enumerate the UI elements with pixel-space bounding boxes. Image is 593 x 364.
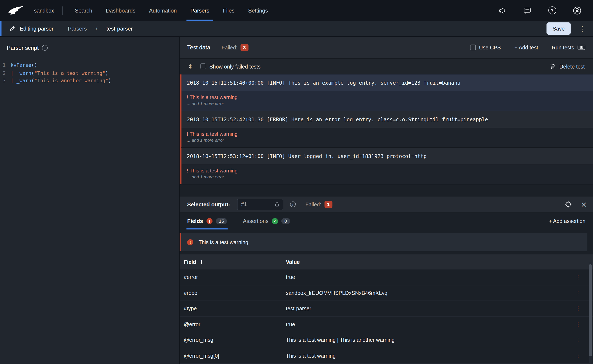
fields-error-icon: ! bbox=[206, 218, 213, 224]
test-log-line[interactable]: 2018-10-15T12:53:12+01:00 [INFO] User lo… bbox=[181, 148, 593, 164]
nav-item-settings[interactable]: Settings bbox=[247, 0, 269, 21]
top-nav: sandbox SearchDashboardsAutomationParser… bbox=[0, 0, 593, 21]
tab-fields[interactable]: Fields ! 15 bbox=[187, 212, 227, 229]
falcon-icon bbox=[7, 5, 25, 16]
row-menu-button[interactable]: ⋮ bbox=[574, 352, 582, 359]
output-selector-value: #1 bbox=[241, 202, 247, 207]
test-log-line[interactable]: 2018-10-15T12:52:42+01:30 [ERROR] Here i… bbox=[181, 111, 593, 128]
fields-table-header: Field ↑ Value bbox=[179, 254, 593, 269]
lock-icon bbox=[274, 202, 279, 207]
use-cps-checkbox[interactable] bbox=[470, 45, 476, 50]
nav-divider bbox=[62, 6, 63, 14]
row-menu-button[interactable]: ⋮ bbox=[574, 305, 582, 312]
code-token: ) bbox=[108, 78, 111, 84]
question-mark-icon: ? bbox=[548, 6, 556, 14]
locate-target-icon[interactable] bbox=[564, 200, 573, 209]
add-assertion-button[interactable]: + Add assertion bbox=[549, 218, 586, 224]
row-menu-button[interactable]: ⋮ bbox=[574, 274, 582, 281]
field-row: #errortrue⋮ bbox=[179, 269, 593, 285]
field-name: @error_msg bbox=[184, 337, 286, 343]
row-menu-button[interactable]: ⋮ bbox=[574, 289, 582, 296]
field-value: true bbox=[286, 274, 574, 280]
breadcrumb-separator: / bbox=[96, 26, 97, 32]
trash-icon bbox=[549, 63, 556, 70]
test-warning-text: ! This is a test warning bbox=[187, 168, 588, 174]
announcements-icon[interactable] bbox=[498, 6, 507, 15]
delete-test-button[interactable]: Delete test bbox=[549, 63, 585, 70]
more-errors-text: ... and 1 more error bbox=[187, 101, 588, 106]
close-output-icon[interactable]: × bbox=[581, 201, 587, 208]
failed-label: Failed: bbox=[222, 44, 237, 51]
test-list-toolbar: ↕ Show only failed tests Delete test bbox=[179, 58, 593, 74]
selected-output-bar: Selected output: #1 i Failed: 1 bbox=[179, 197, 593, 213]
breadcrumb-current: test-parser bbox=[106, 26, 133, 32]
code-token: _warn bbox=[17, 70, 31, 76]
save-button[interactable]: Save bbox=[547, 22, 571, 35]
show-only-failed-label: Show only failed tests bbox=[209, 63, 260, 69]
value-column-header: Value bbox=[286, 259, 300, 265]
nav-item-dashboards[interactable]: Dashboards bbox=[105, 0, 136, 21]
field-column-label: Field bbox=[184, 259, 196, 265]
reorder-tests-icon[interactable]: ↕ bbox=[188, 63, 193, 70]
assertions-ok-icon: ✓ bbox=[272, 218, 278, 224]
row-menu-button[interactable]: ⋮ bbox=[574, 336, 582, 343]
test-log-line[interactable]: 2018-10-15T12:51:40+00:00 [INFO] This is… bbox=[181, 74, 593, 91]
test-case: 2018-10-15T12:51:40+00:00 [INFO] This is… bbox=[179, 74, 593, 111]
test-header-actions: Use CPS + Add test Run tests bbox=[470, 44, 585, 51]
breadcrumb-parsers-link[interactable]: Parsers bbox=[68, 26, 87, 32]
warning-banner: ! This is a test warning bbox=[179, 233, 587, 251]
sort-ascending-icon: ↑ bbox=[199, 259, 204, 265]
test-case: 2018-10-15T12:53:12+01:00 [INFO] User lo… bbox=[179, 148, 593, 185]
fields-table-body: #errortrue⋮#reposandbox_lrEUOMVHSPLDxSNx… bbox=[179, 269, 593, 364]
code-token: "This is another warning" bbox=[34, 78, 108, 84]
field-column-header[interactable]: Field ↑ bbox=[184, 259, 286, 265]
line-number: 2 bbox=[0, 69, 11, 77]
code-token: _warn bbox=[17, 78, 31, 84]
code-line: 2| _warn("This is a test warning") bbox=[0, 69, 179, 77]
fields-count-badge: 15 bbox=[216, 218, 227, 224]
field-value: This is a test warning bbox=[286, 352, 574, 359]
nav-item-parsers[interactable]: Parsers bbox=[190, 0, 210, 21]
code-token: () bbox=[31, 62, 37, 68]
toolbar-right: Delete test bbox=[549, 63, 585, 70]
crowdstrike-falcon-logo[interactable] bbox=[7, 4, 25, 16]
help-icon[interactable]: ? bbox=[547, 6, 557, 15]
test-case: 2018-10-15T12:52:42+01:30 [ERROR] Here i… bbox=[179, 111, 593, 148]
user-avatar[interactable] bbox=[573, 6, 582, 15]
nav-item-files[interactable]: Files bbox=[222, 0, 235, 21]
scrollbar-thumb[interactable] bbox=[589, 264, 592, 357]
output-info-icon[interactable]: i bbox=[290, 202, 296, 207]
test-warnings: ! This is a test warning... and 1 more e… bbox=[181, 128, 593, 147]
field-name: #repo bbox=[184, 290, 286, 296]
code-token: "This is a test warning" bbox=[34, 70, 105, 76]
more-options-button[interactable]: ⋮ bbox=[577, 25, 588, 32]
field-name: #error bbox=[184, 274, 286, 280]
parser-editor-app: sandbox SearchDashboardsAutomationParser… bbox=[0, 0, 593, 364]
info-icon[interactable]: i bbox=[42, 45, 48, 51]
show-only-failed-checkbox[interactable] bbox=[200, 63, 206, 69]
nav-item-search[interactable]: Search bbox=[74, 0, 93, 21]
tab-assertions[interactable]: Assertions ✓ 0 bbox=[243, 212, 290, 229]
output-selector-input[interactable]: #1 bbox=[237, 199, 283, 210]
field-name: @error bbox=[184, 321, 286, 327]
field-row: @errortrue⋮ bbox=[179, 317, 593, 332]
run-tests-label: Run tests bbox=[552, 44, 574, 51]
topnav-actions: ? bbox=[498, 6, 585, 15]
vertical-scrollbar bbox=[589, 262, 592, 363]
code-token: ( bbox=[31, 70, 34, 76]
line-number: 3 bbox=[0, 77, 11, 85]
banner-error-icon: ! bbox=[187, 239, 193, 245]
run-tests-button[interactable]: Run tests bbox=[552, 44, 586, 51]
nav-item-automation[interactable]: Automation bbox=[148, 0, 178, 21]
selected-output-label: Selected output: bbox=[187, 201, 230, 208]
parser-script-header: Parser script i bbox=[0, 37, 179, 58]
field-value: This is a test warning | This is another… bbox=[286, 337, 574, 343]
code-token: ) bbox=[105, 70, 108, 76]
output-bar-actions: × bbox=[564, 200, 587, 209]
add-test-button[interactable]: + Add test bbox=[514, 44, 538, 51]
mode-label: Editing parser bbox=[20, 26, 53, 32]
feedback-chat-icon[interactable] bbox=[523, 6, 532, 15]
code-editor[interactable]: 1kvParse()2| _warn("This is a test warni… bbox=[0, 58, 179, 364]
row-menu-button[interactable]: ⋮ bbox=[574, 321, 582, 327]
code-text: | _warn("This is a test warning") bbox=[11, 69, 108, 77]
